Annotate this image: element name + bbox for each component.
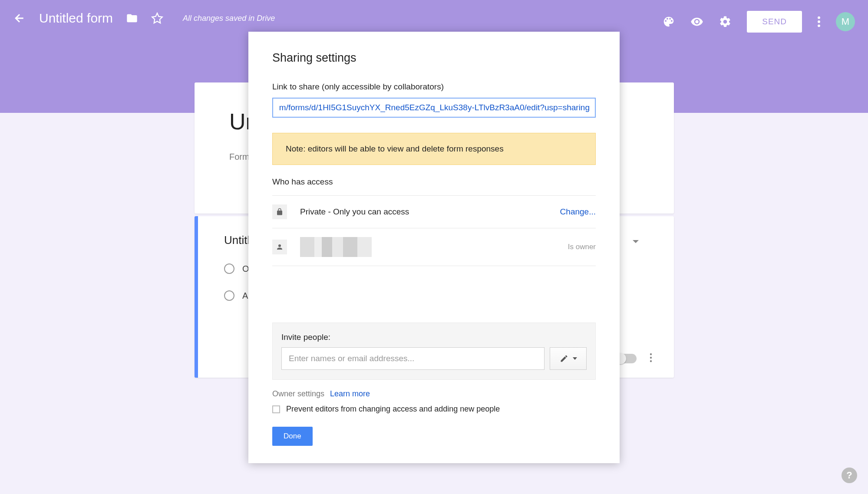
help-button[interactable]: ? [842,468,857,483]
radio-icon [224,290,234,301]
access-list: Private - Only you can access Change... … [272,195,596,266]
star-icon[interactable] [151,12,163,24]
owner-role-label: Is owner [568,243,596,251]
change-access-link[interactable]: Change... [560,207,596,217]
lock-icon [272,204,287,219]
invite-input[interactable] [281,347,545,370]
person-icon [272,240,287,254]
share-link-input[interactable] [272,98,596,118]
owner-name-redacted [300,237,372,257]
pencil-icon [560,354,568,363]
owner-settings: Owner settings Learn more [272,389,596,398]
learn-more-link[interactable]: Learn more [330,389,370,398]
svg-point-0 [818,16,820,19]
more-vert-icon[interactable] [817,16,821,28]
prevent-editors-label: Prevent editors from changing access and… [286,405,500,414]
user-avatar[interactable]: M [836,12,855,31]
svg-point-2 [818,24,820,27]
question-footer [616,352,652,365]
invite-label: Invite people: [281,333,587,342]
settings-gear-icon[interactable] [719,15,732,28]
form-title[interactable]: Untitled form [39,11,113,26]
prevent-editors-checkbox[interactable] [272,405,280,413]
sharing-settings-dialog: Sharing settings Link to share (only acc… [248,32,620,463]
preview-eye-icon[interactable] [690,15,703,28]
radio-icon [224,263,234,274]
invite-row [281,347,587,370]
svg-point-5 [650,360,652,362]
access-row-private: Private - Only you can access Change... [272,196,596,228]
editor-note: Note: editors will be able to view and d… [272,133,596,165]
prevent-editors-row[interactable]: Prevent editors from changing access and… [272,405,596,414]
svg-point-3 [650,353,652,355]
link-share-label: Link to share (only accessible by collab… [272,82,596,92]
question-type-dropdown-icon[interactable] [632,238,639,246]
back-arrow-icon[interactable] [13,12,26,25]
folder-icon[interactable] [126,12,138,24]
privacy-text: Private - Only you can access [300,207,547,217]
chevron-down-icon [573,357,577,360]
header-left: Untitled form All changes saved in Drive [13,11,275,26]
invite-section: Invite people: [272,323,596,380]
save-status: All changes saved in Drive [183,14,275,23]
owner-settings-label: Owner settings [272,389,324,398]
dialog-title: Sharing settings [272,51,596,65]
who-has-access-label: Who has access [272,177,596,187]
header-right: SEND M [662,11,855,33]
access-row-owner: Is owner [272,228,596,266]
svg-point-1 [818,20,820,23]
send-button[interactable]: SEND [747,11,802,33]
question-more-icon[interactable] [650,352,652,365]
palette-icon[interactable] [662,15,675,28]
svg-point-4 [650,357,652,359]
permission-dropdown[interactable] [550,347,587,370]
done-button[interactable]: Done [272,427,313,446]
